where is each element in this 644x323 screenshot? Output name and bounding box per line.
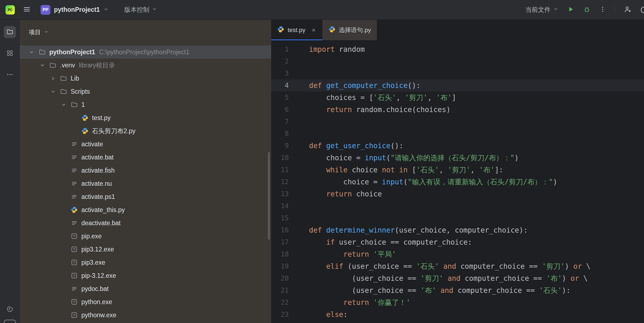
line-number[interactable]: 22 [271,296,309,308]
chevron-down-icon[interactable] [50,89,60,95]
code-line-row[interactable]: 20 (user_choice == '剪刀' and computer_cho… [271,272,644,284]
chevron-down-icon[interactable] [61,102,71,108]
code-line-row[interactable]: 4def get_computer_choice(): [271,79,644,92]
code-line[interactable]: choice = input("输入有误，请重新输入（石头/剪刀/布）：") [309,176,557,188]
line-number[interactable]: 2 [271,55,309,67]
run-button[interactable] [567,6,574,14]
tree-item[interactable]: .venvlibrary根目录 [20,59,271,72]
partial-toolbar-icon[interactable] [640,6,644,14]
line-number[interactable]: 14 [271,200,309,212]
chevron-down-icon[interactable] [29,49,39,55]
code-line[interactable]: def get_user_choice(): [309,140,403,152]
tree-item[interactable]: Lib [20,72,271,85]
code-line-row[interactable]: 1import random [271,43,644,55]
chevron-right-icon[interactable] [50,76,60,81]
python-packages-button[interactable] [4,303,16,315]
project-tool-button[interactable] [4,26,16,38]
tree-item[interactable]: activate.nu [20,177,271,190]
tree-item[interactable]: Scripts [20,85,271,98]
code-line-row[interactable]: 12 choice = input("输入有误，请重新输入（石头/剪刀/布）："… [271,176,644,188]
line-number[interactable]: 21 [271,284,309,296]
pycharm-logo-icon[interactable]: PC [5,5,15,15]
chevron-down-icon[interactable] [39,62,49,68]
tree-item[interactable]: ?pythonw.exe [20,308,271,322]
code-line-row[interactable]: 21 (user_choice == '布' and computer_choi… [271,284,644,296]
tree-item[interactable]: ?python.exe [20,295,271,308]
code-line[interactable]: (user_choice == '布' and computer_choice … [309,284,571,296]
code-line[interactable]: elif (user_choice == '石头' and computer_c… [309,260,591,272]
run-configuration-selector[interactable]: 当前文件 [525,5,559,14]
vcs-widget[interactable]: 版本控制 [124,5,157,14]
tree-item[interactable]: activate [20,138,271,151]
editor-tab[interactable]: 选择语句.py [322,20,377,40]
line-number[interactable]: 23 [271,308,309,321]
scrollbar-thumb[interactable] [268,152,270,240]
tree-item[interactable]: ?pip.exe [20,230,271,243]
editor-tab[interactable]: test.py [271,20,322,40]
project-widget[interactable]: PP pythonProject1 [41,5,109,15]
code-line-row[interactable]: 2 [271,55,644,67]
line-number[interactable]: 13 [271,188,309,200]
code-line-row[interactable]: 10 choice = input("请输入你的选择（石头/剪刀/布）：") [271,152,644,164]
code-line[interactable]: return choice [309,188,382,200]
code-line-row[interactable]: 15 [271,212,644,224]
structure-tool-button[interactable] [4,47,16,59]
tree-item[interactable]: pydoc.bat [20,282,271,295]
line-number[interactable]: 10 [271,152,309,164]
line-number[interactable]: 5 [271,92,309,104]
code-line[interactable]: return '你赢了！' [309,296,410,308]
code-line-row[interactable]: 3 [271,67,644,79]
more-tool-windows-button[interactable] [4,69,16,81]
tree-item[interactable]: activate.ps1 [20,190,271,203]
tree-item[interactable]: pythonProject1C:\pythonProject\pythonPro… [20,45,271,59]
code-line-row[interactable]: 6 return random.choice(choices) [271,104,644,116]
tree-item[interactable]: ?pip3.12.exe [20,243,271,256]
code-line[interactable]: def get_computer_choice(): [309,79,420,92]
code-line-row[interactable]: 7 [271,116,644,128]
debug-button[interactable] [583,6,591,14]
close-icon[interactable] [311,27,316,33]
code-line[interactable]: if user_choice == computer_choice: [309,236,472,248]
line-number[interactable]: 9 [271,140,309,152]
code-line-row[interactable]: 17 if user_choice == computer_choice: [271,236,644,248]
tree-item[interactable]: activate.bat [20,151,271,164]
line-number[interactable]: 18 [271,248,309,260]
code-line[interactable]: (user_choice == '剪刀' and computer_choice… [309,272,588,284]
line-number[interactable]: 16 [271,224,309,236]
code-line-row[interactable]: 9def get_user_choice(): [271,140,644,152]
code-line[interactable]: choices = ['石头', '剪刀', '布'] [309,92,456,104]
code-line-row[interactable]: 11 while choice not in ['石头', '剪刀', '布']… [271,164,644,176]
code-editor[interactable]: 1import random234def get_computer_choice… [271,41,644,323]
line-number[interactable]: 3 [271,67,309,79]
tree-item[interactable]: activate_this.py [20,203,271,216]
tree-item[interactable]: activate.fish [20,164,271,177]
line-number[interactable]: 17 [271,236,309,248]
line-number[interactable]: 7 [271,116,309,128]
more-actions-button[interactable] [599,6,606,13]
code-with-me-button[interactable] [624,5,631,14]
main-menu-button[interactable] [23,5,31,14]
code-line-row[interactable]: 23 else: [271,308,644,321]
line-number[interactable]: 12 [271,176,309,188]
code-line-row[interactable]: 5 choices = ['石头', '剪刀', '布'] [271,92,644,104]
code-line[interactable]: return random.choice(choices) [309,104,451,116]
tree-item[interactable]: 石头剪刀布2.py [20,124,271,138]
line-number[interactable]: 20 [271,272,309,284]
tree-item[interactable]: 1 [20,98,271,111]
tree-item[interactable]: ?pip3.exe [20,256,271,269]
line-number[interactable]: 6 [271,104,309,116]
line-number[interactable]: 1 [271,43,309,55]
code-line[interactable]: return '平局' [309,248,396,260]
tool-window-header[interactable]: 项目 [20,24,271,41]
tree-item[interactable]: test.py [20,111,271,124]
line-number[interactable]: 19 [271,260,309,272]
code-line-row[interactable]: 13 return choice [271,188,644,200]
line-number[interactable]: 15 [271,212,309,224]
code-line-row[interactable]: 16def determine_winner(user_choice, comp… [271,224,644,236]
code-line[interactable]: choice = input("请输入你的选择（石头/剪刀/布）：") [309,152,519,164]
code-line-row[interactable]: 14 [271,200,644,212]
code-line-row[interactable]: 8 [271,128,644,140]
line-number[interactable]: 4 [271,79,309,92]
tree-item[interactable]: ?pip-3.12.exe [20,269,271,282]
partial-bottom-icon[interactable] [4,320,16,323]
